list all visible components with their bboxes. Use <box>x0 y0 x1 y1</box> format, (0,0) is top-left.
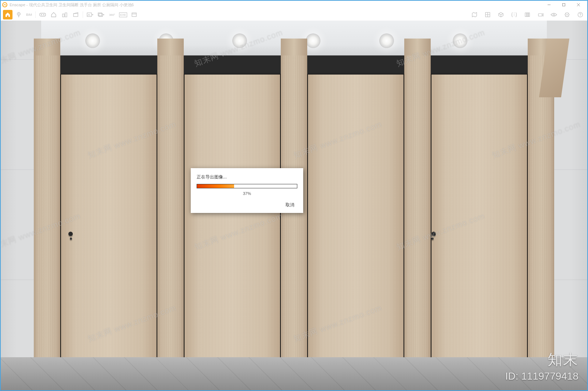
svg-point-9 <box>43 14 44 15</box>
app-window: Enscape - 现代公共卫生间 卫生间隔断 洗手台 厕所 公厕隔间 小便池6… <box>0 0 588 391</box>
panorama-button[interactable]: 360° <box>107 10 117 19</box>
export-web-button[interactable] <box>129 10 139 19</box>
toolbar-separator <box>83 11 83 18</box>
svg-rect-21 <box>528 13 530 17</box>
ceiling-light-icon <box>306 33 320 48</box>
scene-stall-door <box>431 74 528 360</box>
home-button[interactable] <box>3 10 12 19</box>
single-building-button[interactable] <box>49 10 58 19</box>
batch-render-button[interactable] <box>96 10 106 19</box>
buildings-icon <box>62 12 68 18</box>
toolbar-left-group: BIM 360° EX <box>3 10 139 19</box>
svg-rect-11 <box>65 13 67 17</box>
svg-rect-16 <box>132 13 136 17</box>
svg-rect-10 <box>62 14 64 17</box>
svg-rect-20 <box>527 13 528 17</box>
svg-point-25 <box>567 14 568 15</box>
svg-point-8 <box>41 14 42 15</box>
export-exe-icon: EXE <box>119 12 127 17</box>
screenshot-button[interactable] <box>85 10 95 19</box>
cube-icon <box>498 12 504 18</box>
export-image-icon <box>87 12 93 18</box>
asset-library-icon <box>485 12 491 18</box>
export-progress-dialog: 正在导出图像... 37% 取消 <box>191 168 303 213</box>
site-context-button[interactable] <box>60 10 69 19</box>
svg-rect-2 <box>563 4 565 6</box>
svg-point-0 <box>3 3 7 7</box>
scene-pillar <box>528 55 554 360</box>
window-controls <box>542 1 586 9</box>
cancel-button[interactable]: 取消 <box>283 201 297 209</box>
scene-pillar <box>157 55 184 360</box>
map-icon <box>472 12 477 18</box>
compare-button[interactable] <box>509 10 519 19</box>
main-toolbar: BIM 360° EX <box>1 9 587 21</box>
maximize-button[interactable] <box>556 1 571 9</box>
export-web-icon <box>131 12 137 18</box>
scene-stall-door <box>60 74 157 360</box>
dialog-title: 正在导出图像... <box>197 174 297 180</box>
video-button[interactable] <box>71 10 80 19</box>
bim-label: BIM <box>25 13 33 17</box>
toolbar-right-group <box>470 10 585 19</box>
vr-button[interactable] <box>38 10 47 19</box>
minimap-button[interactable] <box>470 10 479 19</box>
settings-icon <box>564 12 570 18</box>
orbit-button[interactable] <box>496 10 506 19</box>
home-icon <box>5 12 11 18</box>
svg-rect-12 <box>74 14 78 17</box>
help-button[interactable] <box>576 10 585 19</box>
toolbar-separator <box>35 11 36 18</box>
dialog-actions: 取消 <box>197 201 297 209</box>
camera-icon <box>538 12 544 18</box>
camera-button[interactable] <box>536 10 545 19</box>
minimize-button[interactable] <box>542 1 556 9</box>
ceiling-light-icon <box>453 33 467 48</box>
title-bar: Enscape - 现代公共卫生间 卫生间隔断 洗手台 厕所 公厕隔间 小便池6 <box>1 1 587 9</box>
export-batch-icon <box>98 12 104 18</box>
render-viewport[interactable]: 知末网 www.znzmo.com 知末网 www.znzmo.com 知末网 … <box>1 21 587 390</box>
ceiling-light-icon <box>85 33 100 48</box>
app-logo-icon <box>2 2 7 7</box>
ceiling-light-icon <box>379 33 394 48</box>
pin-icon <box>16 12 22 18</box>
scene-stall-door <box>184 74 281 360</box>
window-title: Enscape - 现代公共卫生间 卫生间隔断 洗手台 厕所 公厕隔间 小便池6 <box>10 2 542 8</box>
scene-pillar <box>404 55 431 360</box>
svg-point-6 <box>18 14 19 15</box>
settings-button[interactable] <box>562 10 572 19</box>
favorites-button[interactable] <box>14 10 24 19</box>
vr-goggles-icon <box>39 12 46 17</box>
progress-fill <box>197 184 234 188</box>
svg-rect-7 <box>40 13 46 16</box>
clapboard-icon <box>73 12 79 18</box>
compare-icon <box>511 12 517 18</box>
visibility-button[interactable] <box>549 10 559 19</box>
ceiling-light-icon <box>232 33 247 48</box>
progress-percent-label: 37% <box>197 191 297 196</box>
progress-bar <box>197 184 297 188</box>
house-outline-icon <box>51 12 57 18</box>
svg-rect-19 <box>525 13 527 17</box>
svg-rect-22 <box>538 14 542 16</box>
help-icon <box>577 12 583 18</box>
scene-stall-door <box>307 74 404 360</box>
panorama-360-icon: 360° <box>108 13 116 17</box>
views-icon <box>524 12 530 18</box>
scene-floor <box>1 357 587 390</box>
export-exe-button[interactable]: EXE <box>118 10 128 19</box>
visibility-icon <box>551 12 557 17</box>
asset-library-button[interactable] <box>483 10 492 19</box>
svg-point-23 <box>553 14 555 15</box>
close-button[interactable] <box>571 1 586 9</box>
svg-point-27 <box>580 16 581 17</box>
views-button[interactable] <box>523 10 532 19</box>
scene-pillar <box>34 55 60 360</box>
